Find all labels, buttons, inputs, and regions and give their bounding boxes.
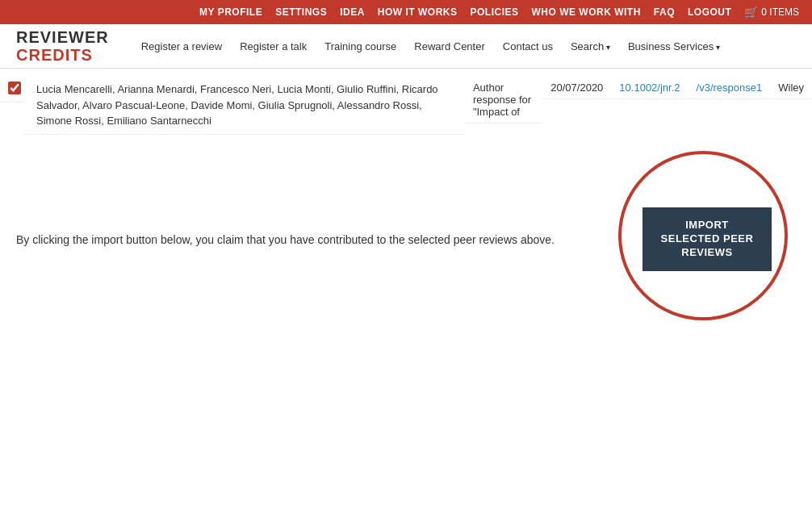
logo[interactable]: REVIEWER CREDiTS [16, 28, 109, 64]
table-row: Lucia Mencarelli, Arianna Menardi, Franc… [0, 77, 812, 135]
title-text: Author response for "Impact of [473, 82, 531, 118]
top-bar-who-we-work-with[interactable]: WHO WE WORK WITH [532, 6, 641, 18]
top-bar: MY PROFILE SETTINGS IDEA HOW IT WORKS PO… [0, 0, 812, 24]
top-bar-faq[interactable]: FAQ [654, 6, 675, 18]
checkbox-cell[interactable] [0, 77, 24, 102]
cart[interactable]: 🛒 0 ITEMS [744, 6, 799, 19]
main-nav: Register a review Register a talk Traini… [133, 36, 796, 57]
logo-line2: CREDiTS [16, 46, 109, 64]
main-content: Lucia Mencarelli, Arianna Menardi, Franc… [0, 69, 812, 353]
table-container: Lucia Mencarelli, Arianna Menardi, Franc… [0, 77, 812, 135]
row-checkbox[interactable] [8, 82, 21, 94]
nav-contact-us[interactable]: Contact us [495, 36, 561, 57]
bottom-section: By clicking the import button below, you… [0, 135, 812, 353]
reviews-table: Lucia Mencarelli, Arianna Menardi, Franc… [0, 77, 812, 135]
nav-training-course[interactable]: Training course [316, 36, 404, 57]
nav-bar: REVIEWER CREDiTS Register a review Regis… [0, 24, 812, 69]
response-cell: /v3/response1 [689, 77, 771, 99]
date-cell: 20/07/2020 [542, 77, 611, 99]
cart-items-count: 0 ITEMS [761, 6, 799, 18]
bottom-description: By clicking the import button below, you… [16, 233, 597, 246]
top-bar-logout[interactable]: LOGOUT [688, 6, 731, 18]
response-link[interactable]: /v3/response1 [697, 82, 763, 94]
import-wrapper: IMPORT SELECTED PEER REVIEWS [618, 151, 796, 328]
top-bar-policies[interactable]: POLICIES [470, 6, 518, 18]
nav-register-talk[interactable]: Register a talk [232, 36, 315, 57]
doi-cell: 10.1002/jnr.2 [611, 77, 688, 99]
publisher-text: Wiley [778, 82, 804, 94]
top-bar-my-profile[interactable]: MY PROFILE [199, 6, 262, 18]
top-bar-how-it-works[interactable]: HOW IT WORKS [378, 6, 458, 18]
publisher-cell: Wiley [770, 77, 812, 99]
nav-search[interactable]: Search [563, 36, 618, 57]
import-selected-button[interactable]: IMPORT SELECTED PEER REVIEWS [642, 207, 772, 271]
doi-link[interactable]: 10.1002/jnr.2 [619, 82, 680, 94]
top-bar-idea[interactable]: IDEA [340, 6, 365, 18]
title-cell: Author response for "Impact of [465, 77, 542, 123]
date-text: 20/07/2020 [550, 82, 603, 94]
nav-business-services[interactable]: Business Services [620, 36, 728, 57]
top-bar-settings[interactable]: SETTINGS [275, 6, 327, 18]
nav-reward-center[interactable]: Reward Center [406, 36, 492, 57]
cart-icon: 🛒 [744, 6, 758, 19]
logo-line1: REVIEWER [16, 28, 109, 46]
authors-cell: Lucia Mencarelli, Arianna Menardi, Franc… [24, 77, 465, 135]
authors-text: Lucia Mencarelli, Arianna Menardi, Franc… [36, 83, 438, 127]
nav-register-review[interactable]: Register a review [133, 36, 230, 57]
